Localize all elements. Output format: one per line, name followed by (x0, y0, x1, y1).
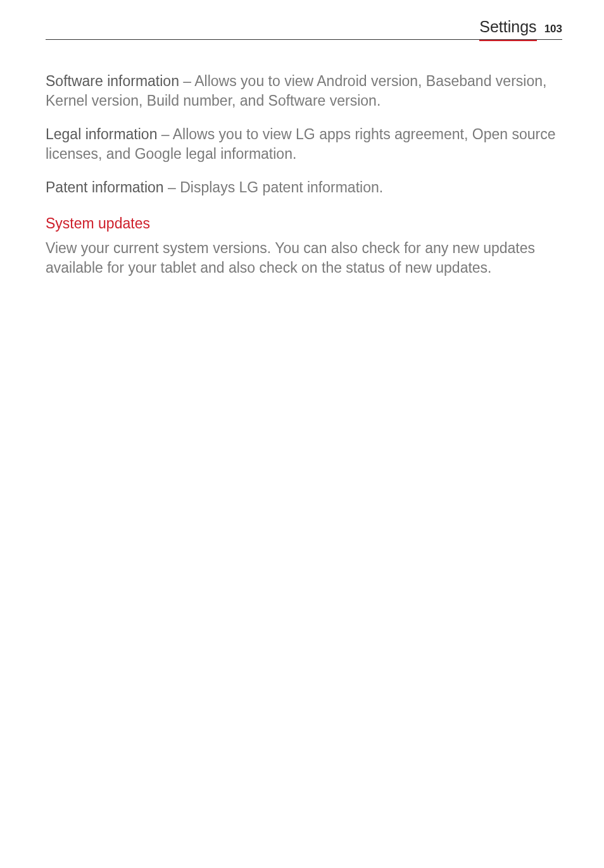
page-container: Settings 103 Software information – Allo… (0, 0, 604, 278)
body-patent-information: – Displays LG patent information. (164, 179, 383, 195)
paragraph-patent-information: Patent information – Displays LG patent … (46, 178, 562, 197)
paragraph-system-updates: View your current system versions. You c… (46, 239, 562, 278)
term-patent-information: Patent information (46, 179, 164, 195)
paragraph-legal-information: Legal information – Allows you to view L… (46, 125, 562, 164)
heading-system-updates: System updates (46, 215, 562, 232)
term-software-information: Software information (46, 73, 179, 89)
header-page-number: 103 (544, 23, 562, 35)
page-header: Settings 103 (46, 18, 562, 40)
header-section-title: Settings (479, 18, 536, 41)
term-legal-information: Legal information (46, 126, 157, 142)
paragraph-software-information: Software information – Allows you to vie… (46, 71, 562, 111)
